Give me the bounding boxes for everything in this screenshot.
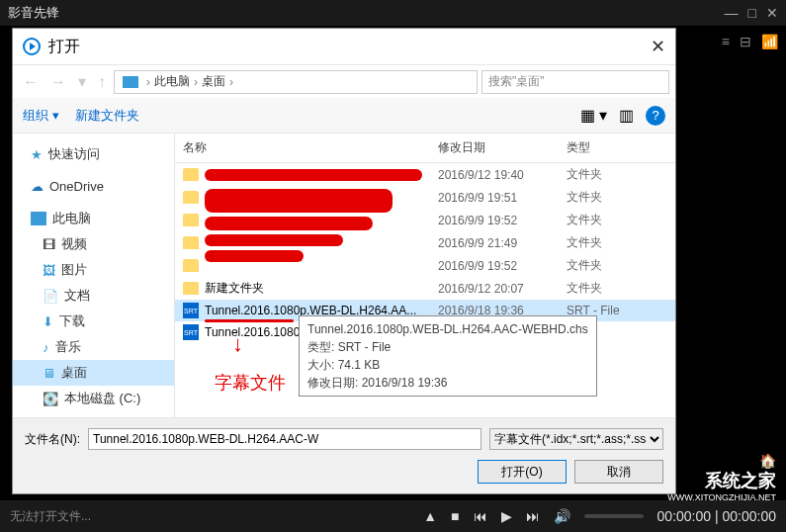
file-type: 文件夹 <box>567 212 655 228</box>
breadcrumb-desktop[interactable]: 桌面 <box>202 73 225 90</box>
minimize-icon[interactable]: — <box>725 5 739 21</box>
toolbar: 组织 ▾ 新建文件夹 ▦ ▾ ▥ ? <box>13 98 675 133</box>
annotation-subtitle-file: 字幕文件 <box>215 371 286 395</box>
stop-icon[interactable]: ■ <box>451 508 459 524</box>
open-file-dialog: 打开 ✕ ← → ▾ ↑ › 此电脑 › 桌面 › 搜索"桌面" 组织 ▾ 新建… <box>12 28 676 494</box>
new-folder-button[interactable]: 新建文件夹 <box>75 107 139 125</box>
sidebar-pictures[interactable]: 🖼图片 <box>13 257 174 283</box>
file-filter-select[interactable]: 字幕文件(*.idx;*.srt;*.ass;*.ssa <box>489 428 663 450</box>
player-top-icons: ≡ ⊟ 📶 <box>722 34 778 49</box>
file-date: 2016/9/9 19:51 <box>438 191 567 205</box>
organize-button[interactable]: 组织 ▾ <box>23 107 59 125</box>
file-type: 文件夹 <box>567 280 655 297</box>
sidebar-this-pc[interactable]: 此电脑 <box>13 206 174 231</box>
file-date: 2016/9/12 20:07 <box>438 282 567 296</box>
player-app-icon <box>23 38 41 55</box>
dialog-title: 打开 <box>48 37 80 57</box>
eject-icon[interactable]: ▲ <box>423 508 437 524</box>
file-type: 文件夹 <box>567 189 655 206</box>
breadcrumb-pc[interactable]: 此电脑 <box>154 73 190 90</box>
pc-icon <box>123 76 138 88</box>
file-type: 文件夹 <box>567 234 655 251</box>
sidebar-music[interactable]: ♪音乐 <box>13 334 174 360</box>
folder-icon <box>183 191 199 204</box>
player-status-bar: 无法打开文件... ▲ ■ ⏮ ▶ ⏭ 🔊 00:00:00 | 00:00:0… <box>0 500 786 532</box>
folder-icon <box>183 236 199 249</box>
watermark: 🏠 系统之家 WWW.XITONGZHIJIA.NET <box>667 453 776 502</box>
nav-up-icon[interactable]: ↑ <box>94 73 110 91</box>
open-button[interactable]: 打开(O) <box>478 460 567 484</box>
maximize-icon[interactable]: □ <box>748 5 756 21</box>
col-type[interactable]: 类型 <box>567 139 655 156</box>
volume-slider[interactable] <box>584 514 644 518</box>
sidebar-video[interactable]: 🎞视频 <box>13 231 174 257</box>
column-headers: 名称 修改日期 类型 <box>175 133 675 163</box>
folder-icon <box>183 259 199 272</box>
breadcrumb[interactable]: › 此电脑 › 桌面 › <box>114 70 478 94</box>
file-list: 2016/9/12 19:40文件夹2016/9/9 19:51文件夹2016/… <box>175 163 675 417</box>
preview-icon[interactable]: ▥ <box>619 106 634 125</box>
file-type: 文件夹 <box>567 166 655 183</box>
view-icon[interactable]: ▦ ▾ <box>580 106 607 125</box>
play-icon[interactable]: ▶ <box>501 508 512 524</box>
sidebar-quick-access[interactable]: ★快速访问 <box>13 141 174 167</box>
file-row[interactable]: 新建文件夹2016/9/12 20:07文件夹 <box>175 277 675 300</box>
nav-back-icon[interactable]: ← <box>19 73 43 91</box>
app-title-bar: 影音先锋 — □ ✕ <box>0 0 786 26</box>
filename-input[interactable] <box>88 428 481 450</box>
file-type: 文件夹 <box>567 257 655 274</box>
window-controls: — □ ✕ <box>725 5 778 21</box>
time-display: 00:00:00 | 00:00:00 <box>657 508 776 524</box>
file-date: 2016/9/9 19:52 <box>438 214 567 227</box>
tooltip-type: 类型: SRT - File <box>307 338 588 356</box>
menu-icon[interactable]: ≡ <box>722 34 730 49</box>
navigation-row: ← → ▾ ↑ › 此电脑 › 桌面 › 搜索"桌面" <box>13 64 675 98</box>
dialog-title-bar: 打开 ✕ <box>13 29 675 64</box>
sidebar-onedrive[interactable]: ☁OneDrive <box>13 175 174 198</box>
status-text: 无法打开文件... <box>10 508 91 525</box>
file-name: 新建文件夹 <box>205 280 264 297</box>
annotation-arrow: ↓ <box>232 331 243 357</box>
search-placeholder: 搜索"桌面" <box>488 73 545 90</box>
nav-forward-icon[interactable]: → <box>46 73 70 91</box>
sidebar-downloads[interactable]: ⬇下载 <box>13 309 174 334</box>
sidebar: ★快速访问 ☁OneDrive 此电脑 🎞视频 🖼图片 📄文档 ⬇下载 ♪音乐 … <box>13 133 175 417</box>
file-tooltip: Tunnel.2016.1080p.WEB-DL.H264.AAC-WEBHD.… <box>299 315 597 397</box>
sidebar-documents[interactable]: 📄文档 <box>13 283 174 309</box>
dialog-close-icon[interactable]: ✕ <box>651 36 665 57</box>
srt-icon: SRT <box>183 303 199 318</box>
filename-label: 文件名(N): <box>25 431 80 448</box>
app-title: 影音先锋 <box>8 4 59 22</box>
tooltip-name: Tunnel.2016.1080p.WEB-DL.H264.AAC-WEBHD.… <box>307 320 588 338</box>
folder-icon <box>183 168 199 181</box>
tooltip-date: 修改日期: 2016/9/18 19:36 <box>307 374 588 392</box>
close-icon[interactable]: ✕ <box>766 5 778 21</box>
volume-icon[interactable]: 🔊 <box>554 508 570 524</box>
col-name[interactable]: 名称 <box>183 139 438 156</box>
folder-icon <box>183 214 199 226</box>
file-name: Tunnel.2016.1080 <box>205 325 300 339</box>
help-icon[interactable]: ? <box>646 106 665 126</box>
search-input[interactable]: 搜索"桌面" <box>481 70 669 94</box>
srt-icon: SRT <box>183 324 199 340</box>
file-date: 2016/9/12 19:40 <box>438 168 567 182</box>
dialog-bottom: 文件名(N): 字幕文件(*.idx;*.srt;*.ass;*.ssa 打开(… <box>13 417 675 493</box>
signal-icon[interactable]: 📶 <box>761 34 778 49</box>
file-area: 名称 修改日期 类型 2016/9/12 19:40文件夹2016/9/9 19… <box>175 133 675 417</box>
nav-history-icon[interactable]: ▾ <box>74 72 90 91</box>
next-icon[interactable]: ⏭ <box>526 508 540 524</box>
sidebar-local-c[interactable]: 💽本地磁盘 (C:) <box>13 386 174 411</box>
folder-icon <box>183 282 199 295</box>
cancel-button[interactable]: 取消 <box>574 460 663 484</box>
sidebar-desktop[interactable]: 🖥桌面 <box>13 360 174 386</box>
player-controls: ▲ ■ ⏮ ▶ ⏭ 🔊 00:00:00 | 00:00:00 <box>423 508 776 524</box>
file-date: 2016/9/9 21:49 <box>438 236 567 250</box>
col-date[interactable]: 修改日期 <box>438 139 567 156</box>
tooltip-size: 大小: 74.1 KB <box>307 356 588 374</box>
file-date: 2016/9/9 19:52 <box>438 259 567 273</box>
list-icon[interactable]: ⊟ <box>740 34 751 49</box>
prev-icon[interactable]: ⏮ <box>474 508 487 524</box>
